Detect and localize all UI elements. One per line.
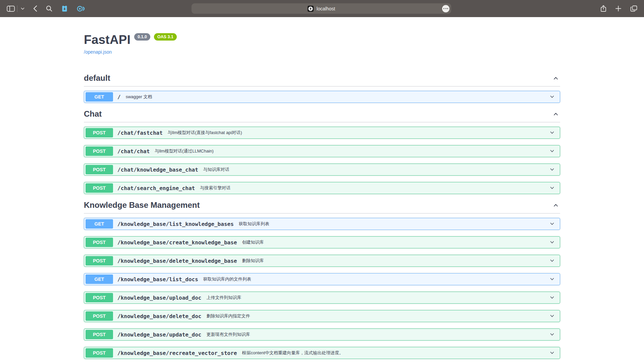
expand-endpoint-chevron-icon[interactable] <box>549 276 555 283</box>
endpoint-path: /knowledge_base/delete_knowledge_base <box>117 258 237 264</box>
endpoint-row[interactable]: GET/knowledge_base/list_knowledge_bases获… <box>84 218 560 230</box>
api-tag-section: defaultGET/swagger 文档 <box>84 73 560 103</box>
expand-endpoint-chevron-icon[interactable] <box>549 350 555 356</box>
endpoint-list: GET/knowledge_base/list_knowledge_bases获… <box>84 214 560 359</box>
method-badge: POST <box>86 128 113 137</box>
method-badge: POST <box>86 293 113 302</box>
endpoint-row[interactable]: POST/knowledge_base/delete_knowledge_bas… <box>84 255 560 267</box>
endpoint-row[interactable]: POST/chat/chat与llm模型对话(通过LLMChain) <box>84 145 560 157</box>
openapi-spec-link[interactable]: /openapi.json <box>84 49 112 55</box>
section-header[interactable]: Chat <box>84 109 560 122</box>
expand-endpoint-chevron-icon[interactable] <box>549 129 555 136</box>
endpoint-row[interactable]: GET/knowledge_base/list_docs获取知识库内的文件列表 <box>84 273 560 285</box>
endpoint-row[interactable]: POST/chat/fastchat与llm模型对话(直接与fastchat a… <box>84 127 560 139</box>
endpoint-path: /knowledge_base/list_knowledge_bases <box>117 221 234 227</box>
endpoint-summary: 与llm模型对话(通过LLMChain) <box>155 148 214 154</box>
new-tab-icon[interactable] <box>615 6 621 11</box>
endpoint-path: /knowledge_base/list_docs <box>117 276 198 283</box>
endpoint-summary: 删除知识库 <box>242 258 264 264</box>
section-title: default <box>84 73 110 83</box>
section-header[interactable]: Knowledge Base Management <box>84 200 560 214</box>
endpoint-path: /chat/search_engine_chat <box>117 185 195 191</box>
page-content: FastAPI 0.1.0 OAS 3.1 /openapi.json defa… <box>0 17 644 362</box>
endpoint-list: POST/chat/fastchat与llm模型对话(直接与fastchat a… <box>84 122 560 194</box>
endpoint-row[interactable]: POST/knowledge_base/upload_doc上传文件到知识库 <box>84 292 560 304</box>
expand-endpoint-chevron-icon[interactable] <box>549 221 555 227</box>
expand-endpoint-chevron-icon[interactable] <box>549 294 555 301</box>
api-tag-section: ChatPOST/chat/fastchat与llm模型对话(直接与fastch… <box>84 109 560 194</box>
section-header[interactable]: default <box>84 73 560 86</box>
endpoint-path: / <box>117 94 121 100</box>
endpoint-path: /knowledge_base/upload_doc <box>117 295 201 301</box>
page-options-ellipsis-icon[interactable] <box>442 5 449 12</box>
method-badge: GET <box>86 275 113 284</box>
method-badge: POST <box>86 146 113 156</box>
method-badge: POST <box>86 311 113 321</box>
endpoint-row[interactable]: POST/knowledge_base/update_doc更新现有文件到知识库 <box>84 328 560 341</box>
reader-extension-icon[interactable] <box>77 5 85 12</box>
section-title: Chat <box>84 109 102 119</box>
expand-endpoint-chevron-icon[interactable] <box>549 313 555 319</box>
expand-endpoint-chevron-icon[interactable] <box>549 148 555 155</box>
expand-endpoint-chevron-icon[interactable] <box>549 94 555 100</box>
endpoint-summary: 与搜索引擎对话 <box>200 185 230 191</box>
method-badge: POST <box>86 348 113 358</box>
endpoint-summary: 与知识库对话 <box>203 167 229 173</box>
expand-endpoint-chevron-icon[interactable] <box>549 185 555 191</box>
api-tag-section: Knowledge Base ManagementGET/knowledge_b… <box>84 200 560 359</box>
toolbar-divider <box>17 5 17 12</box>
endpoint-path: /chat/fastchat <box>117 130 163 136</box>
endpoint-summary: 根据content中文档重建向量库，流式输出处理进度。 <box>242 350 343 356</box>
endpoint-row[interactable]: POST/knowledge_base/create_knowledge_bas… <box>84 236 560 248</box>
method-badge: POST <box>86 165 113 174</box>
page-title: FastAPI <box>84 33 130 47</box>
endpoint-path: /knowledge_base/update_doc <box>117 331 201 338</box>
oas-badge: OAS 3.1 <box>154 33 177 41</box>
endpoint-path: /knowledge_base/recreate_vector_store <box>117 350 237 356</box>
endpoint-list: GET/swagger 文档 <box>84 86 560 103</box>
method-badge: POST <box>86 256 113 265</box>
method-badge: GET <box>86 92 113 102</box>
endpoint-path: /chat/knowledge_base_chat <box>117 167 198 173</box>
endpoint-path: /knowledge_base/delete_doc <box>117 313 201 319</box>
version-badge: 0.1.0 <box>134 33 150 41</box>
expand-endpoint-chevron-icon[interactable] <box>549 239 555 246</box>
endpoint-summary: 与llm模型对话(直接与fastchat api对话) <box>168 130 242 136</box>
endpoint-row[interactable]: GET/swagger 文档 <box>84 91 560 103</box>
endpoint-row[interactable]: POST/chat/knowledge_base_chat与知识库对话 <box>84 164 560 176</box>
expand-endpoint-chevron-icon[interactable] <box>549 257 555 264</box>
address-bar-content: localhost <box>308 6 335 12</box>
api-sections: defaultGET/swagger 文档ChatPOST/chat/fastc… <box>84 73 560 359</box>
collapse-section-chevron-icon[interactable] <box>551 74 560 82</box>
method-badge: GET <box>86 219 113 229</box>
endpoint-row[interactable]: POST/knowledge_base/recreate_vector_stor… <box>84 347 560 359</box>
sidebar-chevron-down-icon[interactable] <box>21 7 24 10</box>
endpoint-row[interactable]: POST/chat/search_engine_chat与搜索引擎对话 <box>84 182 560 194</box>
endpoint-summary: 创建知识库 <box>242 239 264 245</box>
browser-toolbar: localhost <box>0 0 644 17</box>
collapse-section-chevron-icon[interactable] <box>551 110 560 118</box>
method-badge: POST <box>86 183 113 193</box>
endpoint-summary: swagger 文档 <box>126 94 152 100</box>
toolbar-right-group <box>600 0 637 17</box>
method-badge: POST <box>86 330 113 339</box>
endpoint-summary: 获取知识库内的文件列表 <box>203 276 251 282</box>
sidebar-toggle-icon[interactable] <box>7 5 15 12</box>
url-text: localhost <box>317 6 335 11</box>
bookmark-extension-icon[interactable] <box>61 5 68 12</box>
endpoint-summary: 上传文件到知识库 <box>206 295 241 301</box>
collapse-section-chevron-icon[interactable] <box>551 201 560 209</box>
expand-endpoint-chevron-icon[interactable] <box>549 166 555 173</box>
share-icon[interactable] <box>600 5 606 12</box>
back-icon[interactable] <box>33 5 37 12</box>
swagger-container: FastAPI 0.1.0 OAS 3.1 /openapi.json defa… <box>84 17 560 359</box>
address-bar[interactable]: localhost <box>192 3 451 14</box>
search-icon[interactable] <box>46 5 52 12</box>
tab-overview-icon[interactable] <box>630 5 637 12</box>
endpoint-summary: 更新现有文件到知识库 <box>206 331 250 338</box>
expand-endpoint-chevron-icon[interactable] <box>549 331 555 338</box>
method-badge: POST <box>86 238 113 247</box>
fastapi-favicon <box>308 6 314 12</box>
endpoint-row[interactable]: POST/knowledge_base/delete_doc删除知识库内指定文件 <box>84 310 560 322</box>
section-title: Knowledge Base Management <box>84 200 200 210</box>
